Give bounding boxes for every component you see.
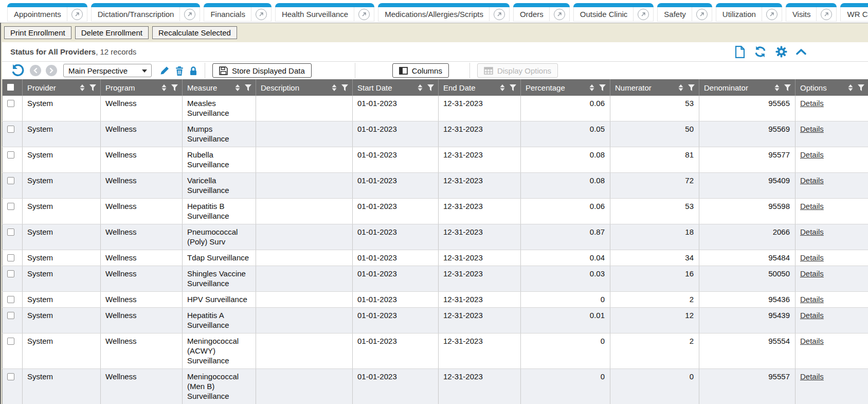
popout-icon[interactable] [358, 9, 370, 20]
tab-medications-allergies-scripts[interactable]: Medications/Allergies/Scripts [378, 3, 510, 22]
details-link[interactable]: Details [800, 176, 824, 185]
row-checkbox[interactable] [7, 229, 14, 236]
filter-icon[interactable] [858, 84, 864, 91]
settings-gear-icon[interactable] [775, 46, 787, 58]
sort-icon[interactable] [332, 84, 337, 91]
popout-icon[interactable] [766, 9, 777, 20]
sort-icon[interactable] [848, 84, 853, 91]
details-link[interactable]: Details [800, 253, 824, 262]
details-link[interactable]: Details [800, 295, 824, 304]
popout-icon[interactable] [184, 9, 195, 20]
tab-safety[interactable]: Safety [657, 3, 712, 22]
sort-icon[interactable] [589, 84, 594, 91]
popout-icon[interactable] [696, 9, 708, 20]
tab-visits[interactable]: Visits [786, 3, 837, 22]
filter-icon[interactable] [427, 84, 434, 91]
sort-icon[interactable] [235, 84, 240, 91]
tab-health-surveillance[interactable]: Health Surveillance [275, 3, 374, 22]
measure-cell: Shingles Vaccine Surveillance [183, 266, 256, 292]
row-checkbox[interactable] [7, 338, 14, 345]
sort-icon[interactable] [678, 84, 683, 91]
details-link[interactable]: Details [800, 311, 824, 320]
popout-icon[interactable] [256, 9, 267, 20]
details-link[interactable]: Details [800, 372, 824, 381]
row-checkbox[interactable] [7, 270, 14, 277]
print-enrollment-button[interactable]: Print Enrollment [4, 26, 71, 39]
sort-icon[interactable] [500, 84, 505, 91]
tab-outside-clinic[interactable]: Outside Clinic [573, 3, 654, 22]
end-date-column-header[interactable]: End Date [439, 79, 521, 96]
details-link[interactable]: Details [800, 202, 824, 210]
filter-icon[interactable] [688, 84, 695, 91]
delete-trash-icon[interactable] [175, 66, 184, 76]
popout-icon[interactable] [494, 9, 505, 20]
collapse-chevron-up-icon[interactable] [796, 48, 806, 55]
tab-orders[interactable]: Orders [513, 3, 570, 22]
perspective-select[interactable]: Main Perspective [63, 64, 152, 77]
next-perspective-icon[interactable] [46, 65, 57, 76]
denominator-column-header[interactable]: Denominator [699, 79, 795, 96]
row-checkbox[interactable] [7, 177, 14, 184]
new-document-icon[interactable] [735, 46, 745, 58]
tab-appointments[interactable]: Appointments [7, 3, 87, 22]
description-column-header[interactable]: Description [256, 79, 353, 96]
undo-icon[interactable] [11, 64, 24, 77]
row-checkbox[interactable] [7, 296, 14, 303]
filter-icon[interactable] [171, 84, 178, 91]
filter-icon[interactable] [341, 84, 348, 91]
sort-icon[interactable] [161, 84, 167, 91]
sort-icon[interactable] [80, 84, 85, 91]
store-displayed-data-button[interactable]: Store Displayed Data [212, 63, 312, 78]
details-link[interactable]: Details [800, 269, 824, 278]
start-date-column-header[interactable]: Start Date [353, 79, 439, 96]
refresh-icon[interactable] [754, 46, 767, 58]
options-column-header[interactable]: Options [795, 79, 868, 96]
tab-financials[interactable]: Financials [204, 3, 272, 22]
module-tabs-bar: Appointments Dictation/Transcription Fin… [0, 0, 868, 23]
edit-pencil-icon[interactable] [159, 65, 170, 76]
percentage-cell: 0.05 [521, 121, 610, 147]
lock-icon[interactable] [189, 66, 197, 76]
row-checkbox[interactable] [7, 100, 14, 107]
provider-column-header[interactable]: Provider [23, 79, 101, 96]
tab-dictation-transcription[interactable]: Dictation/Transcription [91, 3, 201, 22]
details-link[interactable]: Details [800, 227, 824, 236]
row-checkbox[interactable] [7, 151, 14, 159]
filter-icon[interactable] [510, 84, 516, 91]
delete-enrollment-button[interactable]: Delete Enrollment [75, 26, 149, 39]
percentage-column-header[interactable]: Percentage [521, 79, 610, 96]
tab-label: WR Case Mgmt [847, 10, 868, 19]
row-select-cell [3, 224, 23, 250]
measure-column-header[interactable]: Measure [183, 79, 256, 96]
previous-perspective-icon[interactable] [30, 65, 41, 76]
select-all-header[interactable] [3, 79, 23, 96]
select-all-checkbox[interactable] [7, 84, 14, 91]
numerator-column-header[interactable]: Numerator [610, 79, 699, 96]
popout-icon[interactable] [638, 9, 649, 20]
filter-icon[interactable] [245, 84, 251, 91]
sort-icon[interactable] [418, 84, 423, 91]
details-link[interactable]: Details [800, 125, 824, 133]
details-link[interactable]: Details [800, 337, 824, 345]
popout-icon[interactable] [71, 9, 83, 20]
program-column-header[interactable]: Program [101, 79, 183, 96]
filter-icon[interactable] [89, 84, 96, 91]
popout-icon[interactable] [821, 9, 832, 20]
row-checkbox[interactable] [7, 126, 14, 133]
row-checkbox[interactable] [7, 254, 14, 261]
recalculate-selected-button[interactable]: Recalculate Selected [152, 26, 237, 39]
row-checkbox[interactable] [7, 312, 14, 319]
columns-button[interactable]: Columns [392, 63, 449, 78]
filter-icon[interactable] [599, 84, 606, 91]
row-select-cell [3, 308, 23, 333]
popout-icon[interactable] [554, 9, 565, 20]
details-link[interactable]: Details [800, 150, 824, 159]
details-link[interactable]: Details [800, 99, 824, 108]
sort-icon[interactable] [774, 84, 780, 91]
row-checkbox[interactable] [7, 203, 14, 210]
filter-icon[interactable] [784, 84, 791, 91]
display-options-button[interactable]: Display Options [477, 63, 558, 78]
row-checkbox[interactable] [7, 373, 14, 380]
tab-utilization[interactable]: Utilization [716, 3, 782, 22]
tab-wr-case-mgmt[interactable]: WR Case Mgmt [840, 3, 868, 22]
